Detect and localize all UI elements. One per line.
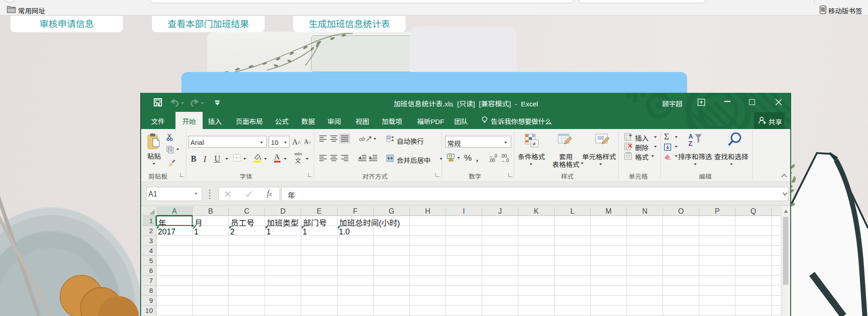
svg-text:≠: ≠ (532, 140, 536, 147)
svg-text:A: A (688, 133, 693, 140)
svg-text:Z: Z (688, 140, 693, 147)
